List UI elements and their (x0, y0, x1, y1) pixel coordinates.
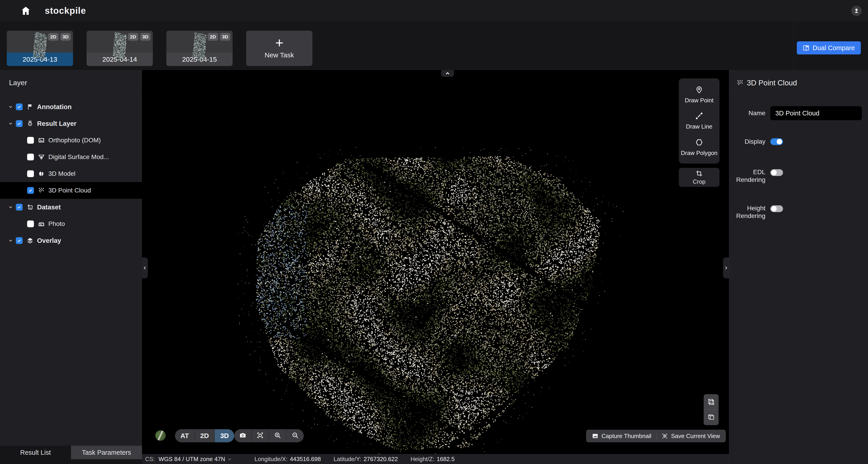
tab-task-parameters[interactable]: Task Parameters (71, 446, 142, 459)
photo-icon (37, 220, 45, 228)
capture-thumbnail-button[interactable]: Capture Thumbnail (592, 433, 651, 440)
home-icon[interactable] (20, 5, 32, 17)
inspector-panel: 3D Point Cloud Name Display EDLRendering… (729, 70, 868, 464)
view-mode-switch: AT2D3D (175, 429, 234, 442)
layer-label: Result Layer (37, 120, 76, 127)
dsm-icon (37, 153, 45, 161)
layer-visibility-checkbox[interactable] (27, 221, 34, 227)
2d-badge[interactable]: 2D (208, 33, 218, 41)
3d-badge[interactable]: 3D (140, 33, 151, 41)
collapse-taskbar-handle[interactable] (441, 70, 454, 77)
zoom-out-button[interactable] (286, 429, 304, 442)
layer-row-photo[interactable]: Photo (0, 216, 142, 232)
user-avatar[interactable] (851, 6, 862, 16)
edl-rendering-toggle[interactable] (770, 169, 783, 176)
draw-line-button[interactable]: Draw Line (686, 111, 712, 130)
status-bar: CS: WGS 84 / UTM zone 47N Longitude/X:44… (142, 454, 729, 464)
camera-button[interactable] (234, 429, 252, 442)
chevron-up-icon (445, 70, 451, 76)
layer-visibility-checkbox[interactable] (16, 204, 23, 210)
point-cloud-icon (737, 79, 744, 87)
task-card[interactable]: 2D3D2025-04-13 (7, 31, 73, 66)
save-current-view-button[interactable]: Save Current View (662, 433, 720, 440)
tab-result-list[interactable]: Result List (0, 446, 71, 459)
draw-tool-label: Draw Point (685, 97, 713, 104)
view-tools-group (234, 429, 304, 442)
image-icon (592, 433, 598, 439)
layer-tree: AnnotationResult LayerOrthophoto (DOM)Di… (0, 96, 142, 249)
perspective-cube-icon[interactable] (707, 398, 715, 406)
layer-row-digital-surface-mod[interactable]: Digital Surface Mod... (0, 148, 142, 165)
3d-badge[interactable]: 3D (220, 33, 230, 41)
layer-row-3d-model[interactable]: 3D Model (0, 165, 142, 182)
draw-point-button[interactable]: Draw Point (685, 86, 713, 104)
layer-visibility-checkbox[interactable] (16, 237, 23, 244)
medal-icon (26, 120, 34, 127)
fit-screen-button[interactable] (252, 429, 269, 442)
3d-badge[interactable]: 3D (60, 33, 71, 41)
mode-2d-button[interactable]: 2D (195, 429, 215, 442)
new-task-label: New Task (265, 51, 294, 59)
pin-icon (695, 86, 704, 95)
view-cube-panel (704, 394, 719, 425)
2d-badge[interactable]: 2D (48, 33, 59, 41)
chevron-down-icon[interactable] (8, 238, 16, 243)
layer-row-orthophoto-dom[interactable]: Orthophoto (DOM) (0, 132, 142, 148)
chevron-down-icon[interactable] (8, 205, 16, 210)
chevron-right-icon (724, 266, 728, 270)
model-icon (37, 170, 45, 177)
dual-compare-button[interactable]: Dual Compare (797, 41, 861, 55)
orthophoto-icon (37, 136, 45, 144)
task-card[interactable]: 2D3D2025-04-15 (166, 31, 232, 66)
result-type-badges: 2D3D (48, 33, 71, 41)
layer-visibility-checkbox[interactable] (27, 187, 34, 194)
edl-rendering-row: EDLRendering (729, 168, 868, 184)
line-icon (695, 111, 704, 121)
layer-visibility-checkbox[interactable] (16, 103, 23, 110)
plus-icon (274, 38, 285, 49)
display-row: Display (729, 138, 868, 145)
mode-at-button[interactable]: AT (175, 429, 195, 442)
chevron-down-icon[interactable] (8, 104, 16, 109)
draw-tool-label: Draw Polygon (681, 150, 717, 157)
draw-polygon-button[interactable]: Draw Polygon (681, 138, 717, 157)
mode-3d-button[interactable]: 3D (215, 429, 234, 442)
divider (706, 409, 716, 410)
2d-badge[interactable]: 2D (128, 33, 138, 41)
latitude-y: Latitude/Y:2767320.622 (334, 456, 398, 463)
ortho-cube-icon[interactable] (707, 413, 715, 421)
minimap-thumbnail[interactable] (155, 430, 166, 441)
cs-value: WGS 84 / UTM zone 47N (158, 456, 225, 463)
layer-row-annotation[interactable]: Annotation (0, 99, 142, 115)
user-icon (854, 8, 860, 14)
dual-compare-icon (803, 44, 809, 51)
layer-visibility-checkbox[interactable] (27, 137, 34, 144)
display-toggle[interactable] (770, 138, 783, 145)
layer-row-overlay[interactable]: Overlay (0, 232, 142, 249)
coordinate-system-dropdown[interactable]: CS: WGS 84 / UTM zone 47N (145, 456, 232, 463)
coordinate-readout: Longitude/X:443516.698Latitude/Y:2767320… (254, 456, 455, 463)
height-rendering-toggle[interactable] (770, 205, 783, 212)
layer-row-result-layer[interactable]: Result Layer (0, 115, 142, 132)
layer-visibility-checkbox[interactable] (27, 154, 34, 160)
layer-row-dataset[interactable]: Dataset (0, 199, 142, 216)
layer-panel-title: Layer (0, 70, 142, 96)
collapse-left-panel-handle[interactable] (142, 258, 148, 278)
draw-tools-panel: Draw PointDraw LineDraw Polygon (679, 78, 719, 164)
layer-row-3d-point-cloud[interactable]: 3D Point Cloud (0, 182, 142, 199)
collapse-right-panel-handle[interactable] (723, 258, 729, 278)
point-cloud-canvas[interactable] (142, 70, 729, 454)
point-cloud-icon (37, 187, 45, 194)
new-task-button[interactable]: New Task (246, 31, 312, 66)
crop-button[interactable]: Crop (679, 168, 719, 187)
chevron-down-icon[interactable] (8, 121, 16, 126)
draw-tool-label: Draw Line (686, 123, 712, 130)
name-input[interactable] (770, 106, 862, 120)
layer-visibility-checkbox[interactable] (27, 170, 34, 177)
task-card[interactable]: 2D3D2025-04-14 (87, 31, 153, 66)
zoom-in-button[interactable] (269, 429, 286, 442)
layer-label: Digital Surface Mod... (49, 154, 109, 161)
layer-sidebar: Layer AnnotationResult LayerOrthophoto (… (0, 70, 142, 464)
app-title: stockpile (45, 6, 86, 16)
layer-visibility-checkbox[interactable] (16, 120, 23, 127)
